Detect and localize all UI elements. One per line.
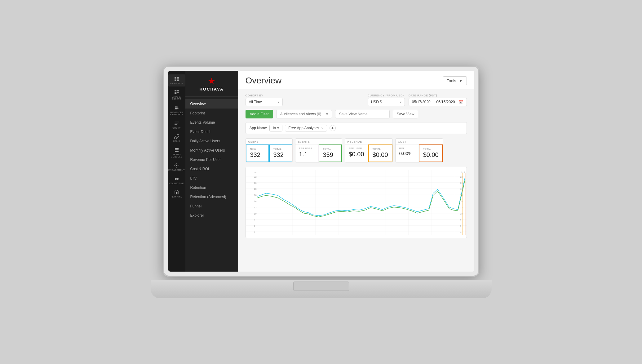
cost-section-header: COST bbox=[396, 139, 443, 144]
cohort-by-chevron-icon: ▾ bbox=[278, 100, 279, 104]
metric-card-per-user-events: PER USER 1.1 bbox=[295, 144, 319, 162]
chart-container: 4 6 8 10 12 14 16 18 20 22 24 bbox=[246, 167, 467, 238]
nav-item-retention[interactable]: Retention bbox=[185, 183, 238, 192]
audiences-label: Audiences and Views (0) bbox=[280, 112, 321, 116]
sidebar-icon-apps-label: APPS & ASSETS bbox=[169, 96, 184, 100]
sidebar-icon-audiences-label: AUDIENCES & REPORTS bbox=[169, 111, 184, 116]
sidebar-icon-analytics[interactable]: ANALYTICS bbox=[168, 74, 185, 87]
tools-dropdown[interactable]: Tools ▼ bbox=[443, 76, 467, 85]
svg-point-19 bbox=[177, 178, 179, 180]
metric-value-total-cost: $0.00 bbox=[423, 151, 439, 158]
nav-item-retention-advanced[interactable]: Retention (Advanced) bbox=[185, 192, 238, 202]
nav-item-explorer[interactable]: Explorer bbox=[185, 211, 238, 220]
metric-value-new: 332 bbox=[250, 151, 265, 158]
filter-tag-free-app-label: Free App Analytics bbox=[288, 126, 319, 130]
filter-add-tag-button[interactable]: + bbox=[330, 125, 336, 131]
sidebar-icon-apps[interactable]: APPS & ASSETS bbox=[168, 88, 185, 102]
nav-item-funnel[interactable]: Funnel bbox=[185, 202, 238, 211]
sidebar-icon-query[interactable]: QUERY bbox=[168, 119, 185, 131]
currency-select[interactable]: USD $ ▾ bbox=[368, 98, 405, 106]
events-section-header: EVENTS bbox=[295, 139, 342, 144]
filter-in-chevron-icon: ▾ bbox=[277, 126, 279, 130]
sidebar-icon-analytics-label: ANALYTICS bbox=[170, 82, 183, 85]
metric-value-roi: 0.00% bbox=[399, 151, 415, 156]
sidebar-icon-fraud[interactable]: FRAUD CONSOLE bbox=[168, 145, 185, 160]
svg-text:8: 8 bbox=[460, 218, 461, 221]
sidebar-logo: ★ KOCHAVA bbox=[185, 71, 238, 97]
sidebar-icons: ANALYTICS APPS & ASSETS AUDIENCES & REPO… bbox=[168, 71, 185, 272]
date-range-group: DATE RANGE (PDT) 05/17/2020 → 06/15/2020… bbox=[409, 94, 467, 106]
svg-text:1: 1 bbox=[464, 171, 465, 173]
metric-sublabel-total-users: TOTAL bbox=[273, 148, 288, 150]
sidebar-icon-planning[interactable]: PLANNING bbox=[168, 188, 185, 200]
add-filter-button[interactable]: Add a Filter bbox=[246, 110, 273, 118]
svg-rect-15 bbox=[175, 149, 179, 150]
nav-item-event-detail[interactable]: Event Detail bbox=[185, 127, 238, 136]
svg-text:14: 14 bbox=[460, 200, 463, 203]
date-range-label: DATE RANGE (PDT) bbox=[409, 94, 467, 97]
currency-label: CURRENCY (FROM USD) bbox=[368, 94, 405, 97]
save-view-name-input[interactable] bbox=[335, 110, 390, 118]
nav-item-ltv[interactable]: LTV bbox=[185, 174, 238, 183]
svg-rect-16 bbox=[175, 151, 179, 152]
svg-text:1: 1 bbox=[461, 171, 463, 173]
filter-in-dropdown[interactable]: In ▾ bbox=[269, 125, 282, 131]
sidebar-icon-collective[interactable]: COLLECTIVE bbox=[168, 174, 185, 186]
cohort-by-label: COHORT BY bbox=[246, 94, 283, 97]
sidebar-icon-audiences[interactable]: AUDIENCES & REPORTS bbox=[168, 103, 185, 118]
sidebar-icon-collective-label: COLLECTIVE bbox=[169, 182, 184, 184]
calendar-icon: 📅 bbox=[459, 100, 463, 104]
svg-text:10: 10 bbox=[254, 212, 256, 215]
nav-item-monthly-active-users[interactable]: Monthly Active Users bbox=[185, 146, 238, 155]
svg-text:18: 18 bbox=[254, 188, 256, 190]
sidebar-icon-links[interactable]: LINKS bbox=[168, 132, 185, 144]
sidebar-icon-engagement[interactable]: ENGAGEMENT bbox=[168, 161, 185, 173]
nav-item-events-volume[interactable]: Events Volume bbox=[185, 118, 238, 127]
main-body: COHORT BY All Time ▾ CURRENCY (FROM USD)… bbox=[238, 89, 474, 272]
nav-item-cost-roi[interactable]: Cost & ROI bbox=[185, 164, 238, 174]
svg-rect-2 bbox=[175, 80, 176, 81]
currency-group: CURRENCY (FROM USD) USD $ ▾ bbox=[368, 94, 405, 106]
nav-items: Overview Footprint Events Volume Event D… bbox=[185, 97, 238, 223]
svg-rect-6 bbox=[175, 93, 176, 94]
save-view-button[interactable]: Save View bbox=[393, 110, 418, 118]
svg-rect-8 bbox=[177, 92, 179, 93]
svg-text:4: 4 bbox=[254, 231, 255, 233]
svg-rect-14 bbox=[175, 148, 179, 149]
svg-text:6: 6 bbox=[254, 224, 255, 227]
nav-item-footprint[interactable]: Footprint bbox=[185, 109, 238, 118]
metric-sublabel-total-revenue: TOTAL bbox=[373, 148, 388, 150]
svg-rect-0 bbox=[175, 77, 176, 78]
cohort-by-select[interactable]: All Time ▾ bbox=[246, 98, 283, 106]
svg-rect-1 bbox=[177, 77, 179, 78]
svg-rect-13 bbox=[175, 124, 177, 125]
users-section-header: USERS bbox=[246, 139, 292, 144]
svg-point-17 bbox=[176, 165, 177, 166]
sidebar-icon-planning-label: PLANNING bbox=[170, 196, 182, 198]
svg-rect-5 bbox=[175, 92, 176, 93]
metric-sublabel-total-events: TOTAL bbox=[323, 148, 338, 150]
currency-chevron-icon: ▾ bbox=[400, 100, 401, 104]
sidebar-icon-fraud-label: FRAUD CONSOLE bbox=[169, 153, 184, 158]
filter-tag-close-icon[interactable]: ✕ bbox=[321, 127, 324, 130]
page-title: Overview bbox=[246, 76, 282, 86]
metric-sublabel-new: NEW bbox=[250, 148, 265, 150]
metric-value-total-users: 332 bbox=[273, 151, 288, 158]
sidebar-icon-engagement-label: ENGAGEMENT bbox=[168, 169, 185, 171]
laptop-trackpad bbox=[293, 282, 349, 291]
date-range-value: 05/17/2020 → 06/15/2020 bbox=[412, 100, 455, 104]
date-range-select[interactable]: 05/17/2020 → 06/15/2020 📅 bbox=[409, 98, 467, 106]
nav-item-daily-active-users[interactable]: Daily Active Users bbox=[185, 136, 238, 146]
revenue-cards-row: PER USER $0.00 TOTAL $0.00 bbox=[345, 144, 392, 162]
metric-card-total-cost: TOTAL $0.00 bbox=[419, 144, 443, 162]
audiences-chevron-icon: ▾ bbox=[326, 112, 328, 116]
svg-rect-20 bbox=[176, 192, 177, 194]
svg-text:20: 20 bbox=[254, 181, 256, 184]
nav-item-overview[interactable]: Overview bbox=[185, 99, 238, 109]
metric-value-total-revenue: $0.00 bbox=[373, 151, 388, 158]
svg-rect-11 bbox=[175, 122, 179, 122]
nav-item-revenue-per-user[interactable]: Revenue Per User bbox=[185, 155, 238, 164]
audiences-select[interactable]: Audiences and Views (0) ▾ bbox=[276, 110, 332, 118]
svg-text:8: 8 bbox=[254, 218, 255, 221]
metric-card-total-users: TOTAL 332 bbox=[269, 144, 292, 162]
